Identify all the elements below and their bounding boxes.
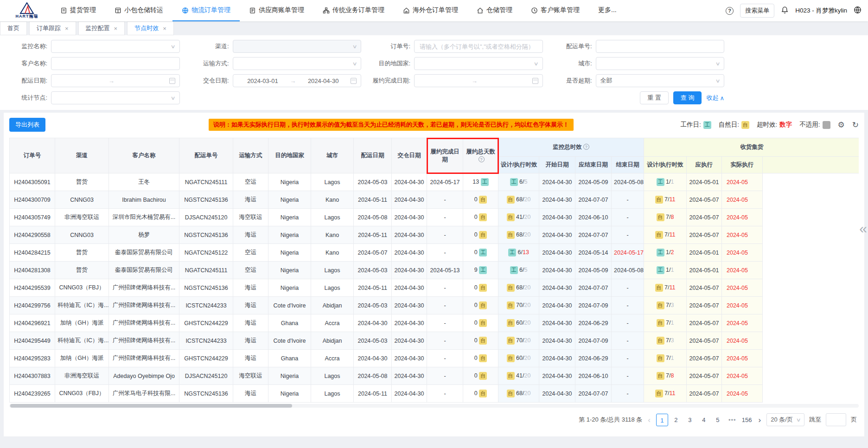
close-tab-icon[interactable]: × — [163, 25, 166, 32]
stat-node-select[interactable]: ∨ — [51, 91, 180, 104]
search-menu-button[interactable]: 搜索菜单 — [740, 4, 774, 18]
filter-delivery-date: 配运日期: → — [6, 74, 180, 87]
naturalday-badge: 自 — [507, 196, 515, 204]
fulfill-date-label: 履约完成日期: — [370, 77, 414, 85]
tab-monitor-config[interactable]: 监控配置× — [78, 21, 125, 35]
export-list-button[interactable]: 导出列表 — [9, 118, 45, 132]
cell-delivery-date: 2024-05-08 — [354, 367, 392, 385]
collapse-panel-icon[interactable]: « — [859, 222, 867, 236]
cell-customer: 广州招牌佬网络科技有... — [109, 297, 179, 314]
filter-city: 城市: ∨ — [551, 57, 725, 70]
close-tab-icon[interactable]: × — [65, 25, 69, 32]
scrollbar-thumb[interactable] — [10, 404, 292, 408]
overdue-select[interactable]: 全部 ∨ — [596, 74, 725, 87]
customer-name-input[interactable] — [56, 60, 175, 68]
nav-item-pickup[interactable]: 提货管理 — [51, 0, 105, 21]
cell-filler — [763, 173, 859, 191]
page-button[interactable]: 3 — [684, 414, 696, 426]
refresh-icon[interactable]: ↻ — [852, 120, 859, 130]
nav-item-more[interactable]: 更多... — [589, 0, 626, 21]
close-tab-icon[interactable]: × — [114, 25, 118, 32]
cell-country: Nigeria — [268, 385, 311, 403]
ship-order-no-input[interactable] — [600, 43, 720, 51]
cell-transport: 海运 — [233, 297, 268, 314]
page-button[interactable]: 2 — [670, 414, 682, 426]
not-applicable-swatch — [823, 121, 830, 129]
nav-item-parcel[interactable]: 小包仓储转运 — [105, 0, 172, 21]
dest-country-select[interactable]: ∨ — [414, 57, 543, 70]
cell-monitor-aging: 自 60/20 — [498, 314, 539, 332]
page-size-select[interactable]: 20 条/页∨ — [766, 413, 804, 426]
logo[interactable]: HART瀚瑞 — [0, 2, 51, 19]
nav-item-traditional-orders[interactable]: 传统业务订单管理 — [313, 0, 394, 21]
question-circle-icon[interactable]: ? — [479, 156, 485, 162]
transport-mode-select[interactable]: ∨ — [233, 57, 362, 70]
page-button[interactable]: 4 — [698, 414, 710, 426]
nav-item-logistics-orders[interactable]: 物流订单管理 — [172, 0, 240, 21]
collapse-filters-link[interactable]: 收起∧ — [706, 94, 724, 102]
table-row: H2404295283加纳（GH）海派广州招牌佬网络科技有...GHSTCN24… — [10, 350, 859, 367]
horizontal-scrollbar[interactable] — [9, 404, 859, 408]
cell-filler — [763, 367, 859, 385]
delivery-date-range[interactable]: → — [51, 74, 180, 87]
cell-due-end-date: 2024-05-09 — [575, 173, 612, 191]
page-button[interactable]: 5 — [712, 414, 724, 426]
cell-end-date: 2024-05-08 — [612, 262, 644, 279]
fulfill-date-range[interactable]: → — [414, 74, 543, 87]
prev-page-icon[interactable]: ‹ — [647, 414, 651, 426]
cell-ship-no: ICSTCN244233 — [179, 297, 233, 314]
cell-ship-no: GHSTCN244229 — [179, 350, 233, 367]
tab-order-tracking[interactable]: 订单跟踪× — [29, 21, 76, 35]
cell-city: Abidjan — [311, 332, 354, 350]
cell-country: Nigeria — [268, 173, 311, 191]
monitor-name-select[interactable]: ∨ — [51, 40, 180, 53]
cell-start-date: 2024-04-30 — [539, 209, 575, 226]
pagination-ellipsis-icon[interactable]: ••• — [728, 416, 736, 423]
filter-fulfill-date: 履约完成日期: → — [370, 74, 543, 87]
cell-fulfill-date: - — [427, 314, 463, 332]
col-receipt-aging: 设计/执行时效 — [644, 157, 687, 173]
tab-node-timeliness[interactable]: 节点时效× — [127, 21, 174, 35]
bell-icon[interactable] — [781, 6, 789, 15]
question-circle-icon[interactable]: ? — [583, 144, 589, 150]
language-globe-icon[interactable] — [854, 6, 862, 15]
jump-page-input[interactable] — [826, 413, 846, 426]
warehouse-date-range[interactable]: 2024-03-01 → 2024-04-30 — [233, 74, 362, 87]
city-select[interactable]: ∨ — [596, 57, 725, 70]
cell-fulfill-date: - — [427, 332, 463, 350]
cell-delivery-date: 2024-05-11 — [354, 279, 392, 297]
sitemap-icon — [323, 7, 330, 14]
channel-select[interactable]: ∨ — [233, 40, 362, 53]
page-button[interactable]: 1 — [656, 414, 668, 426]
cell-due-exec: 2024-05-07 — [687, 297, 722, 314]
order-no-input[interactable] — [419, 43, 538, 51]
cell-city: Lagos — [311, 262, 354, 279]
cell-customer: Ibrahim Bachirou — [109, 191, 179, 209]
cell-ship-no: NGSTCN245136 — [179, 191, 233, 209]
nav-item-customer-bills[interactable]: 客户账单管理 — [522, 0, 589, 21]
col-delivery-date: 配运日期 — [354, 138, 392, 173]
cell-channel: 加纳（GH）海派 — [55, 314, 109, 332]
query-button[interactable]: 查 询 — [673, 91, 702, 104]
globe-icon — [182, 7, 189, 14]
tab-home[interactable]: 首页 — [0, 21, 27, 35]
naturalday-badge: 自 — [655, 231, 663, 239]
naturalday-badge: 自 — [657, 354, 664, 362]
cell-warehouse-date: 2024-04-30 — [392, 173, 427, 191]
gear-icon[interactable]: ⚙ — [838, 120, 845, 130]
nav-item-overseas-warehouse[interactable]: 海外仓订单管理 — [394, 0, 467, 21]
cell-fulfill-date: - — [427, 209, 463, 226]
nav-item-supplier-bills[interactable]: 供应商账单管理 — [240, 0, 313, 21]
cell-actual-exec: 2024-05 — [722, 209, 763, 226]
naturalday-badge: 自 — [479, 213, 487, 221]
help-icon[interactable]: ? — [726, 7, 734, 15]
user-name[interactable]: H023 - 肖梦雅kylin — [795, 6, 847, 15]
cell-country: Nigeria — [268, 367, 311, 385]
last-page-button[interactable]: 156 — [741, 414, 753, 426]
nav-item-warehouse-mgmt[interactable]: 仓储管理 — [467, 0, 522, 21]
reset-button[interactable]: 重 置 — [640, 91, 669, 104]
legend-overdue: 超时效:数字 — [757, 121, 792, 129]
col-due-end-date: 应结束日期 — [575, 157, 612, 173]
cell-total-days: 9 工 — [463, 262, 498, 279]
next-page-icon[interactable]: › — [758, 414, 762, 426]
